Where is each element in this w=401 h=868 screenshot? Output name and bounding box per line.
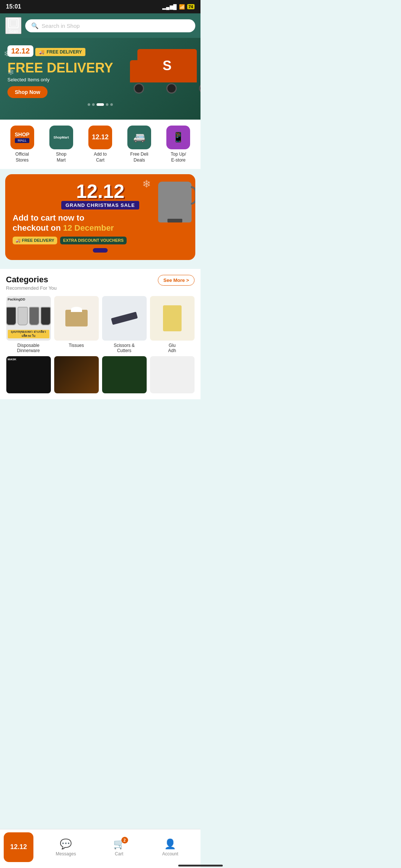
dot-3[interactable] <box>97 103 104 106</box>
sale-card[interactable]: ❄ 12.12 GRAND CHRISTMAS SALE Add to cart… <box>5 174 195 260</box>
category-glue[interactable]: GluAdh <box>150 296 195 353</box>
status-bar: 15:01 ▂▄▆█ 📶 74 <box>0 0 200 13</box>
pouch-2 <box>17 307 28 325</box>
free-delivery-label: FREE DELIVERY <box>47 49 82 55</box>
snowflake-1: ❄ <box>4 49 10 59</box>
category-label-disposable: DisposableDinnerware <box>17 343 40 353</box>
addcart-label: Add toCart <box>94 152 107 163</box>
pouch-4 <box>40 307 51 325</box>
dot-4[interactable] <box>106 103 108 106</box>
category-disposable[interactable]: PackingDD ถุงบรรจุของเหลว ฝาเกลียว แพ็ค … <box>6 296 51 353</box>
sale-product-visual <box>158 182 192 222</box>
battery-indicator: 74 <box>187 4 195 9</box>
pouch-3 <box>29 307 39 325</box>
scan-icon <box>8 18 19 28</box>
category-grid-row1: PackingDD ถุงบรรจุของเหลว ฝาเกลียว แพ็ค … <box>6 296 195 353</box>
truck-illustration: S <box>130 45 197 94</box>
category-label-scissors: Scissors &Cutters <box>114 343 135 353</box>
category-green[interactable] <box>102 356 147 393</box>
sale-snowflake: ❄ <box>142 178 151 190</box>
category-label-tissues: Tissues <box>69 343 84 348</box>
category-img-tape <box>150 356 195 393</box>
dot-2[interactable] <box>92 103 95 106</box>
wheel-2 <box>166 83 177 94</box>
category-mask[interactable]: MASK <box>6 356 51 393</box>
glue-product-shape <box>163 305 182 331</box>
sale-features: 🚚 FREE DELIVERY EXTRA DISCOUNT VOUCHERS <box>13 237 188 244</box>
free-delivery-badge: 🚚 FREE DELIVERY <box>35 48 86 56</box>
truck-wheels <box>134 83 200 94</box>
topup-icon: 📱 <box>166 126 190 149</box>
wifi-icon: 📶 <box>179 4 185 10</box>
shopmall-label: OfficialStores <box>15 152 29 163</box>
categories-header: Categories Recommended For You See More … <box>6 275 195 291</box>
quick-link-shopmart[interactable]: ShopMart ShopMart <box>43 126 79 163</box>
quick-link-shopmall[interactable]: SHOP MALL OfficialStores <box>4 126 40 163</box>
see-more-button[interactable]: See More > <box>158 275 195 286</box>
signal-icon: ▂▄▆█ <box>162 4 176 10</box>
snowflake-2: ❄ <box>7 68 14 77</box>
wheel-1 <box>134 83 144 94</box>
topup-label: Top Up/E-store <box>171 152 186 163</box>
packing-brand-label: PackingDD <box>8 298 26 301</box>
categories-subtitle: Recommended For You <box>6 285 57 291</box>
freedeli-label: Free DeliDeals <box>130 152 149 163</box>
addcart-icon: 12.12 <box>88 126 112 149</box>
sale-banner-section: ❄ 12.12 GRAND CHRISTMAS SALE Add to cart… <box>0 169 200 265</box>
category-grid-row2: MASK <box>6 356 195 393</box>
category-tape[interactable] <box>150 356 195 393</box>
sale-highlight: 12 December <box>63 223 114 233</box>
quick-link-addcart[interactable]: 12.12 Add toCart <box>82 126 118 163</box>
dot-5[interactable] <box>110 103 113 106</box>
quick-link-freedeli[interactable]: 🚐 Free DeliDeals <box>121 126 158 163</box>
scan-button[interactable]: Scan <box>5 17 22 34</box>
hero-date-badge: 12.12 <box>7 45 33 57</box>
scan-label: Scan <box>9 29 18 33</box>
category-img-lights <box>54 356 99 393</box>
shopmart-icon: ShopMart <box>49 126 73 149</box>
shopmart-label: ShopMart <box>56 152 66 163</box>
sale-text-2: checkout on <box>13 223 61 233</box>
wheel-3 <box>199 83 200 94</box>
category-img-glue <box>150 296 195 341</box>
truck-emoji: 🚚 <box>39 49 45 55</box>
shopmall-sub: MALL <box>15 138 30 143</box>
category-img-packing: PackingDD ถุงบรรจุของเหลว ฝาเกลียว แพ็ค … <box>6 296 51 341</box>
pouch-1 <box>6 307 17 325</box>
tissue-box-shape <box>65 310 88 326</box>
category-img-green <box>102 356 147 393</box>
truck-body: S <box>137 49 197 82</box>
grand-sale-badge: GRAND CHRISTMAS SALE <box>61 201 140 209</box>
packing-sub-label: ถุงบรรจุของเหลว ฝาเกลียว แพ็ค 50 ใบ <box>8 330 49 338</box>
truck-letter: S <box>163 58 172 74</box>
category-img-mask: MASK <box>6 356 51 393</box>
shopmall-text: SHOP <box>15 132 30 137</box>
categories-title-group: Categories Recommended For You <box>6 275 57 291</box>
category-tissues[interactable]: Tissues <box>54 296 99 353</box>
categories-section: Categories Recommended For You See More … <box>0 269 200 399</box>
dot-1[interactable] <box>88 103 90 106</box>
search-input-wrapper[interactable]: 🔍 Search in Shop <box>25 19 195 32</box>
hero-badge-text: 12.12 <box>11 47 30 55</box>
banner-dots <box>7 103 193 106</box>
search-icon: 🔍 <box>31 22 39 29</box>
category-lights[interactable] <box>54 356 99 393</box>
shopmall-icon: SHOP MALL <box>10 126 34 149</box>
search-area: Scan 🔍 Search in Shop <box>0 13 200 38</box>
sale-dot-indicator <box>93 248 108 253</box>
status-time: 15:01 <box>6 3 21 10</box>
category-label-glue: GluAdh <box>168 343 176 353</box>
category-scissors[interactable]: Scissors &Cutters <box>102 296 147 353</box>
mask-brand: MASK <box>8 358 17 361</box>
categories-title: Categories <box>6 275 57 285</box>
extra-discount-feature: EXTRA DISCOUNT VOUCHERS <box>60 237 127 244</box>
quick-links: SHOP MALL OfficialStores ShopMart ShopMa… <box>0 120 200 169</box>
freedeli-icon: 🚐 <box>127 126 151 149</box>
shop-now-button[interactable]: Shop Now <box>7 86 48 98</box>
free-delivery-feature: 🚚 FREE DELIVERY <box>13 237 57 244</box>
search-placeholder: Search in Shop <box>42 23 80 29</box>
quick-link-topup[interactable]: 📱 Top Up/E-store <box>160 126 197 163</box>
status-icons: ▂▄▆█ 📶 74 <box>162 4 195 10</box>
category-img-scissors <box>102 296 147 341</box>
sale-text-1: Add to cart now to <box>13 213 84 222</box>
